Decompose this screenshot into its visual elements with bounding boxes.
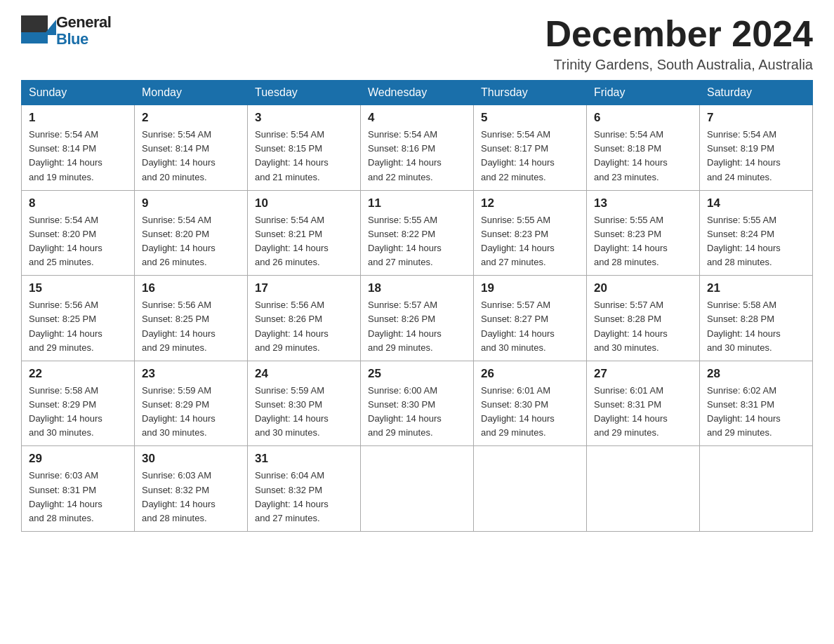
calendar-cell: 6Sunrise: 5:54 AMSunset: 8:18 PMDaylight… [587, 105, 700, 191]
day-number: 10 [255, 196, 353, 210]
calendar-cell: 1Sunrise: 5:54 AMSunset: 8:14 PMDaylight… [22, 105, 135, 191]
day-number: 24 [255, 367, 353, 381]
calendar-cell: 2Sunrise: 5:54 AMSunset: 8:14 PMDaylight… [135, 105, 248, 191]
day-info: Sunrise: 5:59 AMSunset: 8:30 PMDaylight:… [255, 384, 353, 441]
weekday-header-thursday: Thursday [474, 81, 587, 105]
day-number: 11 [368, 196, 466, 210]
calendar-cell: 9Sunrise: 5:54 AMSunset: 8:20 PMDaylight… [135, 190, 248, 276]
title-area: December 2024 Trinity Gardens, South Aus… [545, 14, 813, 73]
logo-icon [21, 15, 52, 46]
calendar-cell: 22Sunrise: 5:58 AMSunset: 8:29 PMDayligh… [22, 361, 135, 446]
day-number: 26 [481, 367, 579, 381]
day-number: 20 [594, 281, 692, 295]
calendar-cell: 31Sunrise: 6:04 AMSunset: 8:32 PMDayligh… [248, 446, 361, 532]
day-number: 2 [142, 111, 240, 125]
day-info: Sunrise: 5:56 AMSunset: 8:25 PMDaylight:… [142, 298, 240, 355]
day-info: Sunrise: 5:55 AMSunset: 8:23 PMDaylight:… [481, 213, 579, 270]
day-info: Sunrise: 6:01 AMSunset: 8:30 PMDaylight:… [481, 384, 579, 441]
weekday-header-monday: Monday [135, 81, 248, 105]
weekday-header-sunday: Sunday [22, 81, 135, 105]
day-number: 25 [368, 367, 466, 381]
logo-line2: Blue [56, 31, 111, 48]
day-number: 1 [29, 111, 127, 125]
calendar-cell [361, 446, 474, 532]
day-number: 23 [142, 367, 240, 381]
calendar-cell: 7Sunrise: 5:54 AMSunset: 8:19 PMDaylight… [700, 105, 813, 191]
day-info: Sunrise: 5:56 AMSunset: 8:26 PMDaylight:… [255, 298, 353, 355]
calendar-week-row: 29Sunrise: 6:03 AMSunset: 8:31 PMDayligh… [22, 446, 813, 532]
day-info: Sunrise: 5:54 AMSunset: 8:14 PMDaylight:… [142, 128, 240, 185]
day-number: 22 [29, 367, 127, 381]
month-title: December 2024 [545, 14, 813, 54]
day-info: Sunrise: 5:57 AMSunset: 8:27 PMDaylight:… [481, 298, 579, 355]
calendar-cell: 24Sunrise: 5:59 AMSunset: 8:30 PMDayligh… [248, 361, 361, 446]
calendar-cell: 29Sunrise: 6:03 AMSunset: 8:31 PMDayligh… [22, 446, 135, 532]
calendar-week-row: 8Sunrise: 5:54 AMSunset: 8:20 PMDaylight… [22, 190, 813, 276]
day-info: Sunrise: 6:03 AMSunset: 8:32 PMDaylight:… [142, 469, 240, 525]
calendar-cell [700, 446, 813, 532]
day-info: Sunrise: 5:54 AMSunset: 8:16 PMDaylight:… [368, 128, 466, 185]
day-number: 28 [707, 367, 805, 381]
day-info: Sunrise: 5:54 AMSunset: 8:18 PMDaylight:… [594, 128, 692, 185]
day-number: 9 [142, 196, 240, 210]
location-title: Trinity Gardens, South Australia, Austra… [545, 57, 813, 73]
day-number: 4 [368, 111, 466, 125]
calendar-cell: 5Sunrise: 5:54 AMSunset: 8:17 PMDaylight… [474, 105, 587, 191]
calendar-cell: 30Sunrise: 6:03 AMSunset: 8:32 PMDayligh… [135, 446, 248, 532]
day-number: 3 [255, 111, 353, 125]
day-info: Sunrise: 5:54 AMSunset: 8:17 PMDaylight:… [481, 128, 579, 185]
calendar-cell: 28Sunrise: 6:02 AMSunset: 8:31 PMDayligh… [700, 361, 813, 446]
day-number: 6 [594, 111, 692, 125]
page-header: General Blue December 2024 Trinity Garde… [21, 14, 813, 73]
day-info: Sunrise: 5:55 AMSunset: 8:23 PMDaylight:… [594, 213, 692, 270]
day-number: 5 [481, 111, 579, 125]
day-number: 27 [594, 367, 692, 381]
day-number: 30 [142, 452, 240, 466]
day-info: Sunrise: 5:57 AMSunset: 8:28 PMDaylight:… [594, 298, 692, 355]
day-number: 21 [707, 281, 805, 295]
calendar-cell: 8Sunrise: 5:54 AMSunset: 8:20 PMDaylight… [22, 190, 135, 276]
calendar-cell: 3Sunrise: 5:54 AMSunset: 8:15 PMDaylight… [248, 105, 361, 191]
logo-line1: General [56, 14, 111, 31]
day-info: Sunrise: 6:01 AMSunset: 8:31 PMDaylight:… [594, 384, 692, 441]
calendar-week-row: 22Sunrise: 5:58 AMSunset: 8:29 PMDayligh… [22, 361, 813, 446]
logo: General Blue [21, 14, 111, 48]
day-info: Sunrise: 5:54 AMSunset: 8:19 PMDaylight:… [707, 128, 805, 185]
calendar-cell: 19Sunrise: 5:57 AMSunset: 8:27 PMDayligh… [474, 276, 587, 361]
calendar-cell: 11Sunrise: 5:55 AMSunset: 8:22 PMDayligh… [361, 190, 474, 276]
day-number: 18 [368, 281, 466, 295]
calendar-cell [587, 446, 700, 532]
weekday-header-row: SundayMondayTuesdayWednesdayThursdayFrid… [22, 81, 813, 105]
weekday-header-saturday: Saturday [700, 81, 813, 105]
day-info: Sunrise: 5:59 AMSunset: 8:29 PMDaylight:… [142, 384, 240, 441]
calendar-cell: 21Sunrise: 5:58 AMSunset: 8:28 PMDayligh… [700, 276, 813, 361]
day-info: Sunrise: 5:55 AMSunset: 8:24 PMDaylight:… [707, 213, 805, 270]
calendar-cell: 10Sunrise: 5:54 AMSunset: 8:21 PMDayligh… [248, 190, 361, 276]
calendar-cell: 4Sunrise: 5:54 AMSunset: 8:16 PMDaylight… [361, 105, 474, 191]
day-number: 12 [481, 196, 579, 210]
day-info: Sunrise: 6:00 AMSunset: 8:30 PMDaylight:… [368, 384, 466, 441]
day-number: 16 [142, 281, 240, 295]
calendar-cell: 17Sunrise: 5:56 AMSunset: 8:26 PMDayligh… [248, 276, 361, 361]
day-number: 14 [707, 196, 805, 210]
calendar-cell: 25Sunrise: 6:00 AMSunset: 8:30 PMDayligh… [361, 361, 474, 446]
calendar-cell: 27Sunrise: 6:01 AMSunset: 8:31 PMDayligh… [587, 361, 700, 446]
day-info: Sunrise: 5:54 AMSunset: 8:21 PMDaylight:… [255, 213, 353, 270]
day-info: Sunrise: 5:58 AMSunset: 8:29 PMDaylight:… [29, 384, 127, 441]
day-number: 7 [707, 111, 805, 125]
calendar-cell [474, 446, 587, 532]
calendar-week-row: 15Sunrise: 5:56 AMSunset: 8:25 PMDayligh… [22, 276, 813, 361]
calendar-cell: 18Sunrise: 5:57 AMSunset: 8:26 PMDayligh… [361, 276, 474, 361]
day-number: 31 [255, 452, 353, 466]
day-number: 15 [29, 281, 127, 295]
calendar-cell: 14Sunrise: 5:55 AMSunset: 8:24 PMDayligh… [700, 190, 813, 276]
day-info: Sunrise: 6:04 AMSunset: 8:32 PMDaylight:… [255, 469, 353, 525]
logo-text: General Blue [56, 14, 111, 48]
day-number: 29 [29, 452, 127, 466]
calendar-cell: 26Sunrise: 6:01 AMSunset: 8:30 PMDayligh… [474, 361, 587, 446]
calendar-cell: 16Sunrise: 5:56 AMSunset: 8:25 PMDayligh… [135, 276, 248, 361]
day-info: Sunrise: 5:57 AMSunset: 8:26 PMDaylight:… [368, 298, 466, 355]
weekday-header-friday: Friday [587, 81, 700, 105]
calendar-cell: 13Sunrise: 5:55 AMSunset: 8:23 PMDayligh… [587, 190, 700, 276]
day-info: Sunrise: 5:58 AMSunset: 8:28 PMDaylight:… [707, 298, 805, 355]
